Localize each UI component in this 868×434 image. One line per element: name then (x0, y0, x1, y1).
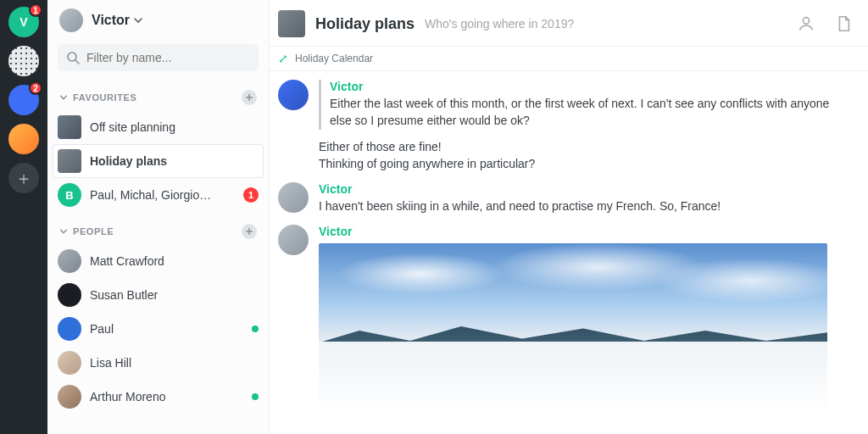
message-text: Either the last week of this month, or t… (330, 95, 853, 130)
room-title: Holiday plans (315, 15, 415, 33)
room-topic: Who's going where in 2019? (425, 17, 574, 31)
sidebar-item-label: Paul, Michal, Giorgio… (90, 188, 235, 202)
room-icon (58, 115, 81, 139)
message-avatar[interactable] (278, 80, 309, 110)
sidebar: Victor FAVOURITES ＋ Off site planning Ho… (47, 0, 270, 434)
user-name: Victor (92, 13, 130, 28)
rail-workspace-3[interactable] (8, 124, 39, 154)
user-avatar[interactable] (59, 8, 83, 32)
search-icon (66, 51, 80, 64)
rail-workspace-letter: V (19, 15, 27, 29)
main-panel: Holiday plans Who's going where in 2019?… (270, 0, 868, 434)
presence-dot (252, 393, 259, 400)
plus-icon: ＋ (243, 90, 256, 105)
sidebar-item-person[interactable]: Arthur Moreno (47, 380, 269, 414)
workspace-rail: V 1 2 ＋ (0, 0, 47, 434)
sidebar-item-label: Matt Crawford (90, 254, 259, 268)
message-image[interactable] (319, 243, 827, 413)
room-icon (278, 10, 305, 37)
message-text: I haven't been skiing in a while, and ne… (319, 198, 853, 214)
sidebar-item-groupdm[interactable]: B Paul, Michal, Giorgio… 1 (47, 178, 269, 212)
room-icon (58, 149, 81, 173)
avatar-icon: B (58, 183, 81, 207)
add-person-button[interactable]: ＋ (242, 224, 257, 239)
message-author: Victor (319, 182, 853, 196)
avatar-icon (58, 317, 81, 341)
rail-workspace-2[interactable]: 2 (8, 85, 39, 115)
message-author: Victor (330, 80, 853, 93)
sidebar-item-label: Holiday plans (90, 154, 259, 168)
sidebar-item-person[interactable]: Lisa Hill (47, 346, 269, 380)
message-avatar[interactable] (278, 182, 309, 213)
message-author: Victor (319, 225, 853, 238)
chevron-down-icon (59, 93, 68, 102)
sidebar-item-person[interactable]: Susan Butler (47, 278, 269, 312)
section-header-people: PEOPLE ＋ (47, 212, 269, 244)
avatar-icon (58, 283, 81, 307)
svg-line-1 (75, 60, 79, 64)
user-menu[interactable]: Victor (92, 13, 143, 28)
presence-dot (252, 326, 259, 332)
message: Victor (270, 220, 868, 418)
plus-icon: ＋ (15, 167, 32, 190)
avatar-icon (58, 351, 81, 375)
sidebar-item-person[interactable]: Paul (47, 312, 269, 346)
chevron-down-icon (133, 15, 143, 25)
sidebar-item-label: Off site planning (90, 120, 259, 134)
section-toggle-favourites[interactable]: FAVOURITES (59, 92, 136, 103)
sidebar-item-label: Paul (90, 322, 243, 336)
unread-badge: 1 (243, 187, 259, 203)
sidebar-item-label: Susan Butler (90, 288, 259, 302)
widget-label[interactable]: Holiday Calendar (295, 53, 373, 64)
filter-input-wrap[interactable] (58, 44, 259, 71)
section-label: FAVOURITES (73, 92, 136, 103)
sidebar-item-offsite[interactable]: Off site planning (47, 110, 269, 144)
section-header-favourites: FAVOURITES ＋ (47, 78, 269, 110)
rail-badge-0: 1 (29, 3, 42, 17)
sidebar-item-label: Arthur Moreno (90, 390, 243, 403)
section-toggle-people[interactable]: PEOPLE (59, 226, 114, 236)
rail-workspace-0[interactable]: V 1 (8, 7, 39, 37)
sidebar-item-label: Lisa Hill (90, 356, 259, 370)
widget-bar: ⤢ Holiday Calendar (270, 47, 868, 71)
expand-icon[interactable]: ⤢ (278, 52, 288, 65)
sidebar-item-holiday[interactable]: Holiday plans (53, 144, 264, 178)
section-label: PEOPLE (73, 226, 114, 236)
files-icon[interactable] (834, 14, 853, 33)
filter-input[interactable] (86, 51, 250, 64)
message-text: Either of those are fine! (319, 138, 853, 155)
message-list: Victor Either the last week of this mont… (270, 71, 868, 434)
sidebar-item-person[interactable]: Matt Crawford (47, 244, 269, 278)
svg-point-2 (803, 18, 809, 24)
message-quote: Victor Either the last week of this mont… (319, 80, 853, 130)
members-icon[interactable] (797, 14, 815, 33)
message-avatar[interactable] (278, 225, 309, 255)
message-text: Thinking of going anywhere in particular… (319, 155, 853, 172)
sidebar-header: Victor (47, 0, 269, 37)
rail-add-workspace[interactable]: ＋ (8, 163, 39, 193)
avatar-icon (58, 249, 81, 273)
chevron-down-icon (59, 227, 68, 236)
message: Victor Either the last week of this mont… (270, 75, 868, 177)
message: Victor I haven't been skiing in a while,… (270, 177, 868, 220)
plus-icon: ＋ (243, 224, 256, 239)
room-header: Holiday plans Who's going where in 2019? (270, 0, 868, 47)
avatar-icon (58, 385, 81, 409)
add-favourite-button[interactable]: ＋ (242, 90, 257, 105)
rail-workspace-1[interactable] (8, 46, 39, 76)
rail-badge-2: 2 (29, 81, 42, 95)
